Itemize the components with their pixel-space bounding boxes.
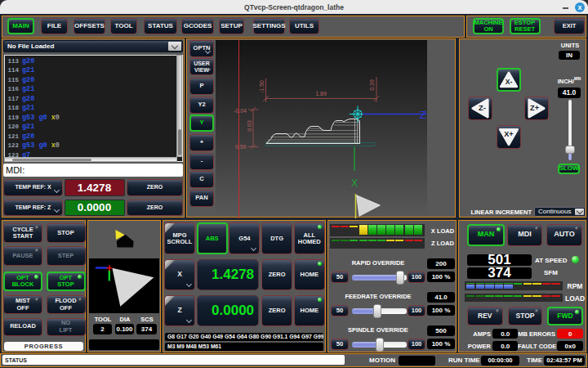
minimize-icon[interactable] [563, 7, 568, 9]
view-button-c[interactable]: C [189, 171, 214, 188]
button-label: ZERO [269, 272, 286, 278]
jog-xminus-button[interactable]: X- [497, 68, 521, 92]
tab-status[interactable]: STATUS [144, 18, 177, 34]
view-button-y[interactable]: Y [189, 114, 214, 132]
label: TOOL [95, 316, 112, 323]
tab-setup[interactable]: SETUP [219, 18, 244, 34]
machine-on-button[interactable]: MACHINEON [473, 18, 504, 34]
jog-rate-slider[interactable] [568, 100, 572, 160]
tab-settings[interactable]: SETTINGS [253, 18, 285, 34]
jog-zplus-button[interactable]: Z+ [524, 96, 549, 120]
spindle-fwd-button[interactable]: FWD [547, 307, 583, 326]
label: 100 % [432, 307, 451, 314]
time-value: 02:43:57 PM [544, 356, 585, 366]
gcode-line: 114g21 [5, 66, 182, 76]
view-button--[interactable]: - [189, 153, 214, 170]
mpg-scroll-button[interactable]: MPGSCROLL [164, 222, 195, 254]
axis-x-zero-button[interactable]: ZERO [261, 259, 292, 290]
abs-button[interactable]: ABS [197, 222, 228, 254]
combo-dropdown-icon[interactable] [168, 42, 181, 51]
g54-button[interactable]: G54 [229, 222, 260, 254]
mode-auto-button[interactable]: AUTO [546, 224, 582, 247]
view-button-p[interactable]: P [189, 78, 214, 95]
slider-handle[interactable] [565, 146, 575, 154]
temp-ref-z-zero-button[interactable]: ZERO [127, 200, 183, 217]
linear-increment-combo[interactable]: Continuous [534, 207, 586, 217]
led-indicator [535, 309, 539, 313]
mode-mdi-button[interactable]: MDI [507, 224, 542, 247]
view-button-y2[interactable]: Y2 [189, 96, 214, 114]
temp-ref-x-zero-button[interactable]: ZERO [127, 179, 183, 196]
mode-man-button[interactable]: MAN [467, 224, 505, 247]
view-button-user-view[interactable]: USERVIEW [189, 58, 214, 75]
gcode-viewer[interactable]: 113g20114g21115g20116g21117g20118g21119g… [4, 55, 183, 162]
cycle-start-button[interactable]: CYCLESTART [3, 223, 42, 243]
button-label: ZERO [269, 307, 286, 314]
axis-z-button[interactable]: Z [164, 295, 195, 326]
spindle-stop-button[interactable]: STOP [508, 307, 542, 326]
axis-z-zero-button[interactable]: ZERO [261, 295, 292, 326]
rapid-override-slider[interactable] [352, 275, 407, 280]
view-button-pan[interactable]: PAN [189, 190, 214, 207]
mist-button[interactable]: MISTOFF [3, 295, 42, 314]
button-label: ZERO [147, 184, 163, 191]
combo-dropdown-icon[interactable] [575, 209, 584, 215]
gcode-vertical-scrollbar[interactable] [176, 55, 182, 157]
estop-reset-button[interactable]: ESTOPRESET [510, 18, 541, 34]
slider-handle[interactable] [396, 271, 404, 285]
axis-z-home-button[interactable]: HOME [294, 295, 325, 326]
led-indicator [575, 227, 579, 231]
slider-handle[interactable] [373, 304, 381, 318]
slow-button[interactable]: SLOW [558, 164, 580, 174]
no-lift-button[interactable]: NOLIFT [47, 318, 86, 336]
gcode-horizontal-scrollbar[interactable] [4, 157, 177, 162]
opt-block-button[interactable]: OPTBLOCK [3, 272, 42, 291]
view-button-optn[interactable]: OPTN [189, 40, 214, 57]
button-label: + [200, 139, 203, 146]
jog-xplus-button[interactable]: X+ [497, 125, 521, 149]
bar-segment [495, 294, 503, 302]
label: 02:43:57 PM [546, 357, 581, 364]
step-button[interactable]: STEP [47, 246, 86, 266]
bar-segment [476, 281, 484, 290]
tab-main[interactable]: MAIN [7, 18, 34, 34]
scrollbar-thumb[interactable] [178, 129, 182, 155]
tab-offsets[interactable]: OFFSETS [74, 18, 105, 34]
reload-button[interactable]: RELOAD [3, 318, 42, 336]
scrollbar-thumb[interactable] [12, 159, 91, 162]
file-select-combo[interactable]: No File Loaded [3, 40, 183, 52]
pause-button[interactable]: PAUSE [3, 246, 42, 266]
stop-button[interactable]: STOP [47, 223, 86, 243]
gremlin-graphics-view[interactable]: 1.89 -1.50 0.39 -0.04 0.63 0.59 Z X [216, 40, 427, 217]
label: AMPS [473, 330, 491, 338]
tab-tool[interactable]: TOOL [110, 18, 137, 34]
slider-handle[interactable] [376, 338, 384, 352]
tab-file[interactable]: FILE [41, 18, 68, 34]
spindle-override-slider[interactable] [352, 342, 407, 348]
feedrate-override-slider[interactable] [352, 308, 407, 314]
flood-button[interactable]: FLOODOFF [47, 295, 86, 314]
spindle-min-button[interactable]: 50 [331, 339, 349, 350]
tab-utils[interactable]: UTILS [289, 18, 319, 34]
button-label: G54 [238, 236, 250, 242]
opt-stop-button[interactable]: OPTSTOP [47, 272, 86, 291]
label: RPM [568, 282, 583, 290]
view-button-+[interactable]: + [189, 134, 214, 151]
spindle-rev-button[interactable]: REV [467, 307, 503, 326]
feedrate-max-button[interactable]: 100 [408, 305, 425, 316]
temp-ref-x-button[interactable]: TEMP REF: X [3, 179, 63, 196]
close-icon[interactable]: x [575, 2, 585, 12]
exit-button[interactable]: EXIT [554, 18, 585, 34]
all-homed-button[interactable]: ALLHOMED [294, 222, 325, 254]
feedrate-min-button[interactable]: 50 [331, 305, 349, 316]
rapid-min-button[interactable]: 50 [331, 272, 349, 283]
jog-zminus-button[interactable]: Z- [468, 96, 492, 120]
spindle-max-button[interactable]: 100 [408, 339, 425, 350]
temp-ref-z-button[interactable]: TEMP REF: Z [3, 200, 63, 217]
tab-gcodes[interactable]: GCODES [181, 18, 214, 34]
axis-x-button[interactable]: X [164, 259, 195, 290]
mdi-input[interactable]: MDI: [3, 164, 183, 177]
axis-x-home-button[interactable]: HOME [294, 259, 325, 290]
rapid-max-button[interactable]: 100 [408, 272, 425, 283]
dtg-button[interactable]: DTG [261, 222, 292, 254]
